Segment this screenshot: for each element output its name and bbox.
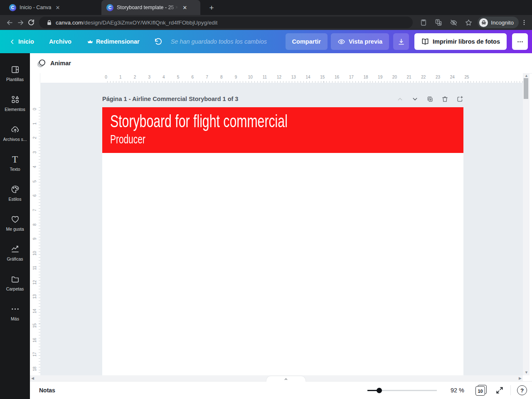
ruler-number: 23 (436, 75, 440, 79)
scroll-down-icon[interactable]: ▼ (525, 371, 528, 374)
ruler-number: 3 (148, 75, 150, 79)
zoom-value[interactable]: 92 % (451, 387, 464, 394)
browser-tab-strip: C Inicio - Canva ✕ C Storyboard template… (0, 0, 532, 15)
banner-subtitle[interactable]: Producer (110, 132, 365, 148)
vertical-scrollbar[interactable]: ▲ ▼ (523, 73, 530, 375)
design-canvas: Página 1 - Airline Commercial Storyboard… (40, 83, 523, 375)
sidebar-item-mas[interactable]: Más (0, 298, 30, 328)
crown-icon (87, 39, 93, 44)
page-body[interactable] (102, 153, 463, 375)
browser-tab-inactive[interactable]: C Inicio - Canva ✕ (4, 0, 101, 15)
browser-menu-icon[interactable] (519, 17, 530, 28)
slider-track (379, 390, 437, 391)
sidebar-item-graficas[interactable]: Gráficas (0, 238, 30, 268)
ruler-number: 14 (306, 75, 310, 79)
duplicate-page-icon[interactable] (426, 96, 433, 103)
notes-panel-expander[interactable] (266, 376, 306, 382)
zoom-slider[interactable] (367, 387, 437, 393)
ruler-number: 1 (32, 119, 37, 128)
address-bar[interactable]: canva.com/design/DAEg3iZmxOY/WKIflQnk_rd… (39, 17, 413, 28)
ruler-number: 4 (32, 162, 37, 171)
book-icon (421, 37, 429, 46)
fullscreen-button[interactable] (495, 386, 504, 394)
slider-knob[interactable] (377, 388, 382, 393)
tab-title: Storyboard template - 25 × (117, 5, 178, 10)
animate-icon (37, 58, 47, 68)
page-header: Página 1 - Airline Commercial Storyboard… (102, 94, 463, 104)
page-title[interactable]: Página 1 - Airline Commercial Storyboard… (102, 96, 238, 102)
ruler-number: 18 (32, 364, 37, 373)
sidebar-item-me-gusta[interactable]: Me gusta (0, 208, 30, 238)
undo-button[interactable] (154, 37, 163, 46)
ruler-number: 2 (32, 133, 37, 143)
share-button[interactable]: Compartir (286, 33, 328, 50)
sidebar-item-carpetas[interactable]: Carpetas (0, 268, 30, 298)
sidebar-item-archivos[interactable]: Archivos s... (0, 118, 30, 148)
eye-off-icon[interactable] (448, 17, 459, 28)
footer-divider (510, 385, 511, 395)
ruler-number: 5 (177, 75, 180, 79)
incognito-badge[interactable]: Incognito (478, 17, 519, 28)
ruler-number: 16 (335, 75, 339, 79)
delete-page-icon[interactable] (441, 96, 448, 103)
tab-close-icon[interactable]: ✕ (55, 5, 60, 11)
browser-tab-active[interactable]: C Storyboard template - 25 × ✕ (101, 0, 200, 15)
scroll-up-icon[interactable]: ▲ (525, 74, 528, 78)
ruler-number: 12 (32, 278, 37, 287)
sidebar-item-estilos[interactable]: Estilos (0, 178, 30, 208)
context-toolbar: Animar (30, 53, 532, 73)
eye-icon (337, 38, 345, 46)
folders-icon (10, 274, 20, 284)
reload-icon[interactable] (26, 17, 37, 28)
grid-view-button[interactable]: 10 (475, 385, 487, 396)
ruler-corner (30, 73, 40, 83)
ruler-number: 15 (320, 75, 325, 79)
ruler-number: 4 (163, 75, 165, 79)
sidebar-item-elementos[interactable]: Elementos (0, 88, 30, 118)
print-photo-books-button[interactable]: Imprimir libros de fotos (414, 33, 507, 50)
elements-icon (10, 95, 20, 104)
ruler-number: 12 (277, 75, 281, 79)
move-page-down-icon[interactable] (411, 96, 419, 103)
scrollbar-thumb[interactable] (524, 78, 528, 99)
resize-button[interactable]: Redimensionar (87, 38, 140, 45)
download-button[interactable] (393, 33, 409, 50)
ruler-number: 11 (32, 263, 37, 272)
ruler-number: 24 (450, 75, 455, 79)
ruler-number: 9 (235, 75, 237, 79)
move-page-up-icon[interactable] (397, 96, 404, 103)
charts-icon (10, 244, 20, 254)
scroll-right-icon[interactable]: ▶ (519, 377, 522, 380)
back-icon[interactable] (4, 17, 15, 28)
header-more-button[interactable] (512, 33, 528, 50)
animate-button[interactable]: Animar (37, 58, 71, 68)
canva-favicon: C (9, 4, 16, 11)
ruler-number: 7 (32, 206, 37, 215)
notes-button[interactable]: Notas (39, 387, 55, 394)
ruler-number: 6 (192, 75, 194, 79)
banner-title[interactable]: Storyboard for flight commercial (110, 111, 365, 132)
translate-icon[interactable] (433, 17, 444, 28)
file-menu-button[interactable]: Archivo (49, 38, 71, 45)
ruler-number: 19 (378, 75, 382, 79)
sidebar-item-plantillas[interactable]: Plantillas (0, 58, 30, 88)
home-button[interactable]: Inicio (9, 38, 34, 45)
toolbar-extensions (418, 17, 474, 28)
lock-icon (45, 17, 53, 28)
add-page-icon[interactable] (456, 96, 463, 103)
clipboard-icon[interactable] (418, 17, 429, 28)
styles-icon (10, 185, 20, 194)
scroll-left-icon[interactable]: ◀ (31, 377, 34, 380)
footer-controls: 92 % 10 ? (367, 385, 527, 396)
ruler-number: 25 (464, 75, 469, 79)
bookmark-star-icon[interactable] (463, 17, 474, 28)
ruler-number: 22 (421, 75, 426, 79)
forward-icon[interactable] (15, 17, 26, 28)
banner[interactable]: Storyboard for flight commercial Produce… (102, 107, 463, 153)
preview-button[interactable]: Vista previa (331, 33, 389, 50)
help-button[interactable]: ? (517, 385, 527, 395)
new-tab-button[interactable]: + (206, 2, 217, 13)
tab-close-icon[interactable]: ✕ (182, 5, 187, 11)
sidebar-item-texto[interactable]: T Texto (0, 148, 30, 178)
ruler-number: 11 (263, 75, 267, 79)
